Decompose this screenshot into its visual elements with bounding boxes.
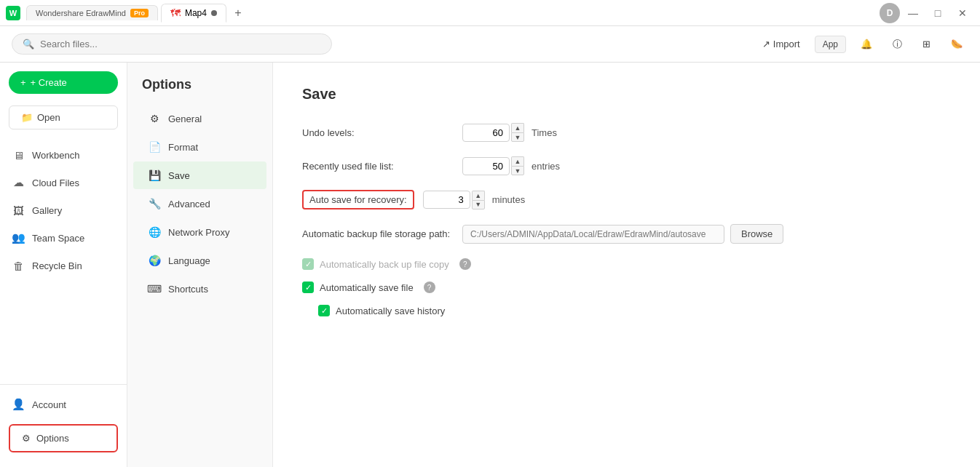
auto-save-info-icon[interactable]: ? — [424, 282, 435, 293]
options-network-label: Network Proxy — [168, 227, 230, 238]
recent-decrement[interactable]: ▼ — [511, 166, 524, 175]
cloud-icon: ☁ — [12, 176, 25, 189]
layout-button[interactable]: ⊞ — [917, 36, 936, 52]
user-avatar[interactable]: D — [880, 3, 900, 23]
backup-copy-row: ✓ Automatically back up file copy ? — [302, 258, 951, 270]
sidebar-item-workbench[interactable]: 🖥 Workbench — [0, 141, 127, 169]
undo-row: Undo levels: ▲ ▼ Times — [302, 123, 951, 142]
gear-icon: ⚙ — [22, 433, 31, 444]
auto-save-file-checkbox[interactable]: ✓ — [302, 282, 314, 293]
bell-icon: 🔔 — [861, 39, 872, 49]
backup-copy-checkbox[interactable]: ✓ — [302, 258, 314, 270]
open-button[interactable]: 📁 Open — [9, 105, 118, 129]
auto-save-decrement[interactable]: ▼ — [472, 200, 485, 209]
main-layout: + + Create 📁 Open 🖥 Workbench ☁ Cloud Fi… — [0, 63, 980, 467]
add-tab-button[interactable]: + — [229, 4, 247, 22]
sidebar-item-account[interactable]: 👤 Account — [0, 391, 127, 418]
import-label: Import — [773, 39, 800, 49]
sidebar-cloud-label: Cloud Files — [32, 177, 79, 188]
options-format-label: Format — [168, 142, 198, 153]
options-item-general[interactable]: ⚙ General — [133, 105, 266, 132]
theme-icon: 🌭 — [951, 39, 963, 49]
sidebar-team-label: Team Space — [32, 233, 84, 244]
sidebar-bottom: 👤 Account ⚙ Options — [0, 384, 127, 458]
options-item-format[interactable]: 📄 Format — [133, 133, 266, 161]
app-button[interactable]: App — [815, 36, 846, 53]
recent-input[interactable] — [462, 157, 510, 175]
general-icon: ⚙ — [148, 112, 161, 125]
options-item-shortcuts[interactable]: ⌨ Shortcuts — [133, 275, 266, 303]
auto-save-file-row: ✓ Automatically save file ? — [302, 282, 951, 293]
options-label: Options — [36, 433, 69, 444]
options-panel: Options ⚙ General 📄 Format 💾 Save 🔧 Adva… — [127, 63, 273, 467]
recycle-icon: 🗑 — [12, 259, 25, 272]
recent-unit: entries — [532, 161, 560, 172]
gallery-icon: 🖼 — [12, 204, 25, 217]
options-advanced-label: Advanced — [168, 199, 210, 209]
sidebar-workbench-label: Workbench — [32, 150, 80, 161]
maximize-button[interactable]: □ — [926, 3, 949, 23]
workbench-icon: 🖥 — [12, 148, 25, 161]
left-sidebar: + + Create 📁 Open 🖥 Workbench ☁ Cloud Fi… — [0, 63, 127, 467]
sidebar-item-cloud-files[interactable]: ☁ Cloud Files — [0, 169, 127, 196]
sidebar-item-gallery[interactable]: 🖼 Gallery — [0, 196, 127, 224]
undo-increment[interactable]: ▲ — [511, 123, 524, 132]
backup-path-label: Automatic backup file storage path: — [302, 228, 462, 239]
auto-save-input[interactable] — [423, 191, 470, 209]
create-button[interactable]: + + Create — [9, 71, 118, 94]
import-icon: ↗ — [762, 39, 770, 49]
options-item-advanced[interactable]: 🔧 Advanced — [133, 190, 266, 217]
help-icon: ⓘ — [893, 38, 902, 51]
network-icon: 🌐 — [148, 225, 161, 239]
content-title: Save — [302, 86, 951, 103]
save-history-check: ✓ — [321, 306, 328, 316]
search-input[interactable] — [40, 39, 321, 49]
undo-spinner-btns: ▲ ▼ — [511, 123, 524, 142]
save-icon: 💾 — [148, 169, 161, 182]
minimize-button[interactable]: — — [901, 3, 925, 23]
import-button[interactable]: ↗ Import — [756, 36, 806, 52]
undo-input[interactable] — [462, 124, 510, 142]
tab-home[interactable]: Wondershare EdrawMind Pro — [26, 5, 158, 20]
language-icon: 🌍 — [148, 254, 161, 267]
sidebar-item-recycle-bin[interactable]: 🗑 Recycle Bin — [0, 252, 127, 279]
options-button[interactable]: ⚙ Options — [9, 424, 118, 452]
save-history-checkbox[interactable]: ✓ — [318, 305, 330, 316]
tab-map4-label: Map4 — [185, 8, 207, 18]
recent-row: Recently used file list: ▲ ▼ entries — [302, 156, 951, 175]
sidebar-item-team-space[interactable]: 👥 Team Space — [0, 224, 127, 252]
backup-copy-info-icon[interactable]: ? — [459, 258, 471, 270]
recent-spinner[interactable]: ▲ ▼ — [462, 156, 524, 175]
backup-copy-check: ✓ — [305, 260, 312, 269]
undo-spinner[interactable]: ▲ ▼ — [462, 123, 524, 142]
options-item-save[interactable]: 💾 Save — [133, 161, 266, 189]
undo-decrement[interactable]: ▼ — [511, 132, 524, 142]
sidebar-gallery-label: Gallery — [32, 205, 62, 216]
theme-button[interactable]: 🌭 — [945, 36, 968, 52]
auto-save-spinner[interactable]: ▲ ▼ — [423, 191, 485, 209]
advanced-icon: 🔧 — [148, 197, 161, 210]
options-item-network-proxy[interactable]: 🌐 Network Proxy — [133, 218, 266, 246]
toolbar: 🔍 ↗ Import App 🔔 ⓘ ⊞ 🌭 — [0, 26, 980, 63]
search-box[interactable]: 🔍 — [12, 33, 332, 55]
auto-save-increment[interactable]: ▲ — [472, 191, 485, 200]
app-label: App — [823, 39, 838, 49]
notification-button[interactable]: 🔔 — [855, 36, 878, 52]
title-bar-controls: D — □ ✕ — [880, 3, 974, 23]
options-save-label: Save — [168, 170, 190, 181]
help-button[interactable]: ⓘ — [887, 35, 908, 54]
options-language-label: Language — [168, 255, 210, 266]
tab-map4[interactable]: 🗺 Map4 — [161, 4, 226, 23]
recent-increment[interactable]: ▲ — [511, 156, 524, 166]
sidebar-recycle-label: Recycle Bin — [32, 260, 82, 271]
close-button[interactable]: ✕ — [951, 3, 974, 23]
content-area: Save Undo levels: ▲ ▼ Times Recently use… — [273, 63, 980, 467]
tab-home-badge: Pro — [130, 9, 149, 17]
backup-path-input[interactable] — [462, 225, 724, 244]
options-item-language[interactable]: 🌍 Language — [133, 247, 266, 274]
browse-button[interactable]: Browse — [730, 224, 783, 244]
create-label: + Create — [31, 77, 67, 88]
auto-save-spinner-btns: ▲ ▼ — [472, 191, 485, 209]
format-icon: 📄 — [148, 140, 161, 153]
app-logo: W — [6, 6, 20, 20]
